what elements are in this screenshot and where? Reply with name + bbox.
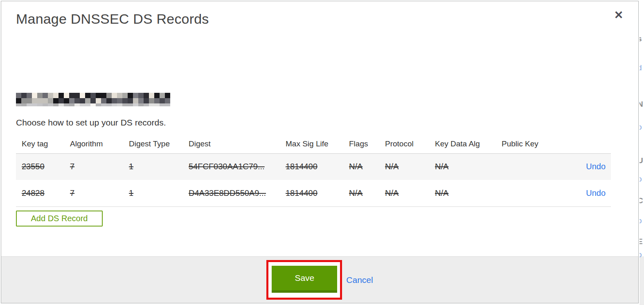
- table-body: 235507154FCF030AA1C79...1814400N/AN/AN/A…: [16, 153, 611, 206]
- modal-title: Manage DNSSEC DS Records: [16, 11, 209, 27]
- background-text-fragment: o: [639, 216, 642, 225]
- background-text-fragment: o: [639, 175, 642, 184]
- column-header: Max Sig Life: [286, 135, 349, 153]
- table-header-row: Key tagAlgorithmDigest TypeDigestMax Sig…: [16, 135, 611, 153]
- column-header: Key Data Alg: [435, 135, 502, 153]
- background-text-fragment: s: [639, 34, 642, 43]
- save-button[interactable]: Save: [272, 266, 337, 293]
- column-header: Algorithm: [70, 135, 129, 153]
- cell-key-data-alg: N/A: [435, 180, 502, 206]
- red-highlight-annotation: Save: [266, 260, 342, 300]
- modal-footer: Save Cancel: [1, 256, 638, 303]
- background-text-fragment: d: [639, 63, 642, 72]
- background-text-fragment: U: [639, 156, 643, 165]
- add-ds-record-button[interactable]: Add DS Record: [16, 211, 103, 227]
- cell-algorithm: 7: [70, 153, 129, 180]
- cell-digest: D4A33E8DD550A9...: [189, 180, 286, 206]
- undo-link[interactable]: Undo: [586, 162, 606, 171]
- cell-action: Undo: [585, 180, 611, 206]
- cell-public-key: [502, 180, 585, 206]
- cell-public-key: [502, 153, 585, 180]
- cell-protocol: N/A: [385, 180, 435, 206]
- redacted-domain-name: [16, 93, 170, 106]
- cell-key-tag: 23550: [16, 153, 70, 180]
- background-text-fragment: N: [639, 100, 643, 109]
- column-header: Public Key: [502, 135, 585, 153]
- undo-link[interactable]: Undo: [586, 188, 606, 197]
- cell-key-tag: 24828: [16, 180, 70, 206]
- column-header: Key tag: [16, 135, 70, 153]
- ds-record-row: 2482871D4A33E8DD550A9...1814400N/AN/AN/A…: [16, 180, 611, 206]
- background-text-fragment: o: [639, 123, 642, 132]
- cell-digest: 54FCF030AA1C79...: [189, 153, 286, 180]
- cell-digest-type: 1: [129, 180, 189, 206]
- ds-record-row: 235507154FCF030AA1C79...1814400N/AN/AN/A…: [16, 153, 611, 180]
- manage-dnssec-modal: Manage DNSSEC DS Records ✕ Choose how to…: [1, 1, 639, 303]
- page: Manage DNSSEC DS Records ✕ Choose how to…: [0, 0, 644, 305]
- cancel-link[interactable]: Cancel: [346, 275, 373, 285]
- background-page-strip: sdNoUoCoEo: [639, 0, 644, 305]
- cell-action: Undo: [585, 153, 611, 180]
- close-icon[interactable]: ✕: [611, 8, 626, 22]
- cell-flags: N/A: [349, 153, 385, 180]
- background-text-fragment: C: [639, 196, 643, 205]
- background-text-fragment: E: [639, 237, 643, 246]
- ds-records-table: Key tagAlgorithmDigest TypeDigestMax Sig…: [16, 135, 611, 207]
- column-header: Flags: [349, 135, 385, 153]
- cell-flags: N/A: [349, 180, 385, 206]
- background-text-fragment: o: [639, 250, 642, 259]
- column-header: Protocol: [385, 135, 435, 153]
- background-strip-footer: [639, 256, 644, 305]
- cell-key-data-alg: N/A: [435, 153, 502, 180]
- column-header: Digest: [189, 135, 286, 153]
- column-header: Digest Type: [129, 135, 189, 153]
- cell-max-sig-life: 1814400: [286, 153, 349, 180]
- instruction-text: Choose how to set up your DS records.: [16, 118, 166, 128]
- cell-max-sig-life: 1814400: [286, 180, 349, 206]
- cell-digest-type: 1: [129, 153, 189, 180]
- cell-protocol: N/A: [385, 153, 435, 180]
- cell-algorithm: 7: [70, 180, 129, 206]
